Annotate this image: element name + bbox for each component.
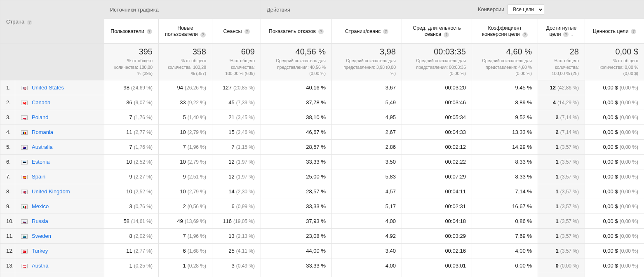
- header-goal-value[interactable]: Ценность цели?: [585, 19, 644, 44]
- conv-cell: 8,33 %: [472, 169, 538, 184]
- table-row: 9.🇲🇽Mexico3(0,76 %)2(0,56 %)6(0,99 %)33,…: [0, 199, 644, 214]
- help-icon[interactable]: ?: [200, 32, 206, 38]
- conv-cell: 8,89 %: [472, 95, 538, 110]
- row-index: 12.: [0, 243, 15, 258]
- header-group-traffic: Источники трафика: [104, 0, 261, 19]
- users-cell: 10(2,52 %): [104, 184, 159, 199]
- header-country[interactable]: Страна?: [0, 0, 104, 44]
- conv-cell: 0,86 %: [472, 214, 538, 228]
- country-link[interactable]: Spain: [32, 174, 45, 180]
- help-icon[interactable]: ?: [563, 32, 569, 37]
- header-bounce[interactable]: Показатель отказов?: [261, 19, 332, 44]
- country-link[interactable]: Estonia: [32, 159, 49, 165]
- value-cell: 0,00 $(0,00 %): [585, 95, 644, 110]
- pps-cell: 2,86: [332, 139, 402, 154]
- users-cell: 36(9,07 %): [104, 95, 159, 110]
- country-link[interactable]: Australia: [32, 144, 53, 150]
- table-row: 13.🇦🇹Austria1(0,25 %)1(0,28 %)3(0,49 %)3…: [0, 258, 644, 273]
- bounce-cell: 37,93 %: [261, 214, 332, 228]
- goals-select[interactable]: Все цели: [508, 5, 544, 14]
- value-cell: 0,00 $(0,00 %): [585, 184, 644, 199]
- table-row: 11.🇸🇪Sweden8(2,02 %)7(1,96 %)13(2,13 %)2…: [0, 228, 644, 243]
- new-users-cell: 9(2,51 %): [159, 169, 212, 184]
- country-link[interactable]: United States: [32, 85, 64, 91]
- users-cell: 5(1,26 %): [104, 273, 159, 277]
- users-cell: 9(2,27 %): [104, 169, 159, 184]
- duration-cell: 00:02:16: [402, 243, 472, 258]
- goals-cell: 12(42,86 %): [538, 80, 585, 95]
- conv-cell: 0,00 %: [472, 258, 538, 273]
- country-link[interactable]: Romania: [32, 129, 53, 135]
- sessions-cell: 6(0,99 %): [212, 199, 261, 214]
- row-index: 8.: [0, 184, 15, 199]
- country-cell: 🇸🇪Sweden: [15, 228, 104, 243]
- conv-cell: 16,67 %: [472, 199, 538, 214]
- conv-cell: 4,00 %: [472, 243, 538, 258]
- users-cell: 3(0,76 %): [104, 199, 159, 214]
- sessions-cell: 25(4,11 %): [212, 243, 261, 258]
- help-icon[interactable]: ?: [318, 29, 324, 34]
- header-conv-rate[interactable]: Коэффициент конверсии цели?: [472, 19, 538, 44]
- sort-desc-icon: ↓: [571, 32, 573, 38]
- summary-users: 395% от общего количества: 100,00 % (395…: [104, 44, 159, 80]
- header-group-actions: Действия: [261, 0, 472, 19]
- header-country-label: Страна: [6, 19, 24, 25]
- users-cell: 7(1,76 %): [104, 110, 159, 124]
- summary-goals: 28% от общего количества: 100,00 % (28): [538, 44, 585, 80]
- header-sessions[interactable]: Сеансы?: [212, 19, 261, 44]
- row-index: 3.: [0, 110, 15, 124]
- country-link[interactable]: Poland: [32, 114, 48, 120]
- value-cell: 0,00 $(0,00 %): [585, 199, 644, 214]
- value-cell: 0,00 $(0,00 %): [585, 124, 644, 139]
- help-icon[interactable]: ?: [522, 32, 528, 38]
- users-cell: 10(2,52 %): [104, 154, 159, 169]
- help-icon[interactable]: ?: [444, 32, 449, 38]
- country-cell: 🇷🇺Russia: [15, 214, 104, 228]
- bounce-cell: 23,08 %: [261, 228, 332, 243]
- new-users-cell: 10(2,79 %): [159, 124, 212, 139]
- summary-new-users: 358% от общего количества: 100,28 % (357…: [159, 44, 212, 80]
- country-link[interactable]: Austria: [32, 263, 48, 269]
- table-row: 5.🇦🇺Australia7(1,76 %)7(1,96 %)7(1,15 %)…: [0, 139, 644, 154]
- bounce-cell: 28,57 %: [261, 184, 332, 199]
- goals-cell: 1(3,57 %): [538, 243, 585, 258]
- header-pps[interactable]: Страниц/сеанс?: [332, 19, 402, 44]
- help-icon[interactable]: ?: [147, 29, 152, 34]
- conv-cell: 13,33 %: [472, 124, 538, 139]
- country-link[interactable]: Mexico: [32, 203, 49, 209]
- country-link[interactable]: Turkey: [32, 248, 48, 254]
- row-index: 1.: [0, 80, 15, 95]
- table-row: 3.🇵🇱Poland7(1,76 %)5(1,40 %)21(3,45 %)38…: [0, 110, 644, 124]
- country-cell: 🇦🇺Australia: [15, 139, 104, 154]
- country-link[interactable]: Russia: [32, 218, 48, 224]
- help-icon[interactable]: ?: [383, 29, 388, 34]
- country-cell: 🇧🇦Bosnia & Herzegovina: [15, 273, 104, 277]
- bounce-cell: 33,33 %: [261, 258, 332, 273]
- value-cell: 0,00 $(0,00 %): [585, 258, 644, 273]
- table-row: 2.🇨🇦Canada36(9,07 %)33(9,22 %)45(7,39 %)…: [0, 95, 644, 110]
- header-duration[interactable]: Сред. длительность сеанса?: [402, 19, 472, 44]
- table-row: 4.🇷🇴Romania11(2,77 %)10(2,79 %)15(2,46 %…: [0, 124, 644, 139]
- header-users[interactable]: Пользователи?: [104, 19, 159, 44]
- value-cell: 0,00 $(0,00 %): [585, 139, 644, 154]
- new-users-cell: 5(1,40 %): [159, 110, 212, 124]
- help-icon[interactable]: ?: [27, 20, 32, 25]
- header-new-users[interactable]: Новые пользователи?: [159, 19, 212, 44]
- help-icon[interactable]: ?: [244, 29, 250, 34]
- new-users-cell: 7(1,96 %): [159, 139, 212, 154]
- header-goals-done[interactable]: Достигнутые цели?↓: [538, 19, 585, 44]
- country-link[interactable]: Canada: [32, 99, 51, 106]
- new-users-cell: 10(2,79 %): [159, 184, 212, 199]
- help-icon[interactable]: ?: [631, 29, 636, 34]
- duration-cell: 00:04:33: [402, 124, 472, 139]
- duration-cell: 00:03:01: [402, 258, 472, 273]
- sessions-cell: 45(7,39 %): [212, 95, 261, 110]
- value-cell: 0,00 $(0,00 %): [585, 243, 644, 258]
- country-link[interactable]: United Kingdom: [32, 188, 70, 195]
- conv-cell: 9,45 %: [472, 80, 538, 95]
- row-index: 10.: [0, 214, 15, 228]
- goals-cell: 1(3,57 %): [538, 139, 585, 154]
- pps-cell: 3,40: [332, 243, 402, 258]
- summary-sessions: 609% от общего количества: 100,00 % (609…: [212, 44, 261, 80]
- country-link[interactable]: Sweden: [32, 233, 51, 239]
